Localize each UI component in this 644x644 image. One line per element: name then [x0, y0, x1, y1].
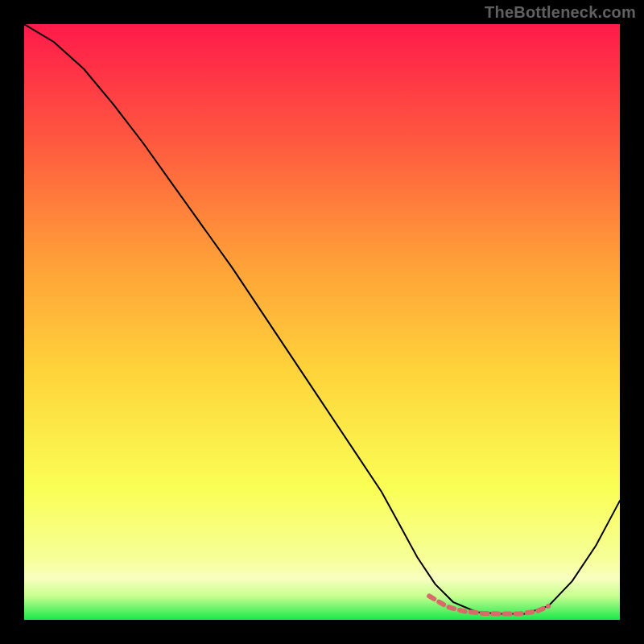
chart-stage: TheBottleneck.com: [0, 0, 644, 644]
chart-svg: [0, 0, 644, 644]
watermark-text: TheBottleneck.com: [485, 3, 636, 22]
chart-background: [24, 24, 620, 620]
